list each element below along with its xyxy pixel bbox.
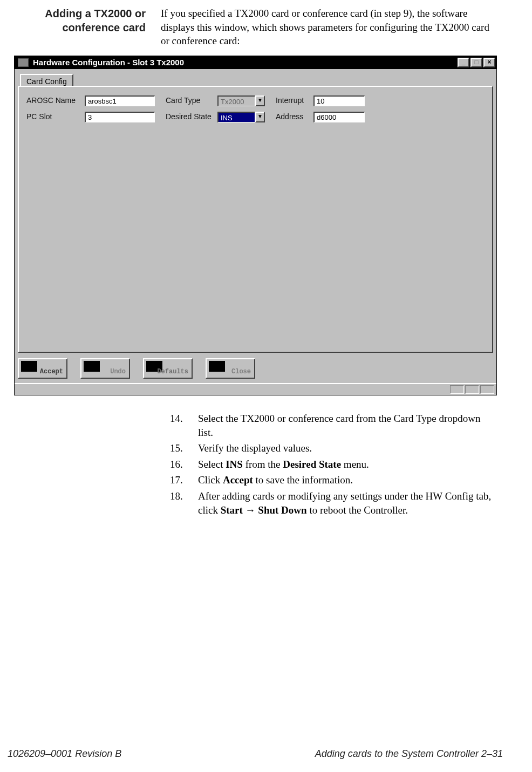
hardware-config-window: Hardware Configuration - Slot 3 Tx2000 _… (14, 56, 497, 395)
status-cell (450, 385, 464, 394)
page-footer: 1026209–0001 Revision B Adding cards to … (8, 747, 503, 760)
status-cell (465, 385, 479, 394)
card-type-label: Card Type (166, 95, 213, 106)
address-input[interactable] (313, 112, 365, 122)
action-toolbar: Accept Undo Defaults Close (15, 356, 496, 383)
status-cell (480, 385, 494, 394)
section-heading: Adding a TX2000 or conference card (11, 6, 146, 48)
card-type-value: Tx2000 (217, 95, 255, 106)
desired-state-label: Desired State (166, 112, 213, 122)
desired-state-value: INS (217, 112, 255, 122)
accept-button[interactable]: Accept (18, 358, 67, 379)
steps-list: 14. Select the TX2000 or conference card… (170, 412, 492, 517)
card-config-panel: AROSC Name PC Slot Card Type Tx2000 (18, 86, 493, 353)
pc-slot-input[interactable] (85, 112, 155, 122)
undo-button[interactable]: Undo (80, 358, 130, 379)
status-bar (15, 383, 496, 395)
minimize-button[interactable]: _ (458, 58, 469, 67)
system-menu-icon[interactable] (18, 58, 29, 67)
interrupt-label: Interrupt (276, 95, 309, 106)
defaults-button[interactable]: Defaults (143, 358, 193, 379)
chevron-down-icon[interactable]: ▼ (255, 95, 265, 106)
footer-left: 1026209–0001 Revision B (8, 747, 121, 760)
close-icon (209, 361, 225, 372)
card-type-dropdown[interactable]: Tx2000 ▼ (217, 95, 265, 106)
chevron-down-icon[interactable]: ▼ (255, 112, 265, 122)
close-action-button[interactable]: Close (206, 358, 255, 379)
address-label: Address (276, 112, 309, 122)
close-button[interactable]: × (483, 58, 495, 67)
undo-icon (84, 361, 100, 372)
step-15: 15. Verify the displayed values. (170, 441, 492, 455)
intro-paragraph: If you specified a TX2000 card or confer… (161, 6, 500, 48)
step-16: 16. Select INS from the Desired State me… (170, 457, 492, 472)
window-title: Hardware Configuration - Slot 3 Tx2000 (32, 57, 458, 68)
step-18: 18. After adding cards or modifying any … (170, 489, 492, 517)
arosc-name-label: AROSC Name (26, 95, 80, 106)
step-17: 17. Click Accept to save the information… (170, 473, 492, 487)
footer-right: Adding cards to the System Controller 2–… (315, 747, 503, 760)
pc-slot-label: PC Slot (26, 112, 80, 122)
titlebar[interactable]: Hardware Configuration - Slot 3 Tx2000 _… (15, 56, 496, 69)
desired-state-dropdown[interactable]: INS ▼ (217, 112, 265, 122)
accept-icon (21, 361, 37, 372)
arosc-name-input[interactable] (85, 95, 155, 106)
step-14: 14. Select the TX2000 or conference card… (170, 412, 492, 439)
interrupt-input[interactable] (313, 95, 365, 106)
maximize-button: □ (470, 58, 482, 67)
